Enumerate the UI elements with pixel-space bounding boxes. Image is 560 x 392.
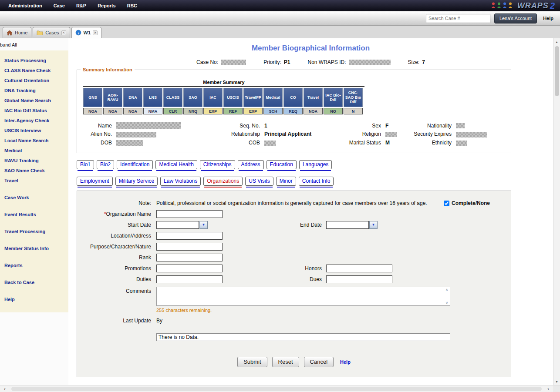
tab-organizations[interactable]: Organizations	[203, 177, 243, 186]
member-tabs-row2: Employment Military Service Law Violatio…	[77, 177, 553, 188]
purpose-input[interactable]	[156, 243, 223, 251]
close-icon[interactable]: ×	[93, 30, 98, 35]
complete-none-checkbox[interactable]	[444, 201, 449, 206]
account-button[interactable]: Lena's Account	[494, 13, 537, 23]
scroll-down-icon[interactable]: ∨	[445, 301, 449, 305]
end-date-calendar-button[interactable]: ▼	[369, 221, 378, 229]
marital-status-label: Marital Status	[336, 140, 385, 146]
sidebar-item-dna-tracking[interactable]: DNA Tracking	[3, 86, 66, 96]
rank-row: Rank	[77, 252, 511, 263]
page-title: Member Biographical Information	[68, 44, 553, 53]
tab-employment[interactable]: Employment	[77, 177, 113, 186]
summary-information-fieldset: Summary Information Member Summary GNS A…	[77, 70, 511, 153]
sidebar-item-global-name-search[interactable]: Global Name Search	[3, 96, 66, 106]
tab-cases[interactable]: Cases ×	[33, 27, 70, 38]
textarea-scrollbar[interactable]: ∧ ∨	[444, 287, 450, 305]
sidebar-item-medical[interactable]: Medical	[3, 146, 66, 156]
vertical-scrollbar[interactable]: ▲ ▼	[553, 38, 560, 385]
sidebar-item-reports[interactable]: Reports	[3, 261, 66, 271]
scroll-down-arrow-icon[interactable]: ▼	[553, 378, 560, 385]
tab-minor[interactable]: Minor	[276, 177, 296, 186]
cancel-button[interactable]: Cancel	[304, 357, 334, 367]
scroll-left-arrow-icon[interactable]: ‹	[0, 386, 10, 392]
submit-button[interactable]: Submit	[237, 357, 267, 367]
wraps-brand-text: WRAPS	[517, 1, 549, 10]
rank-input[interactable]	[156, 254, 223, 261]
sidebar-item-iac-bio-diff-status[interactable]: IAC Bio Diff Status	[3, 106, 66, 116]
sidebar-item-class-name-check[interactable]: CLASS Name Check	[3, 66, 66, 76]
sidebar-item-local-name-search[interactable]: Local Name Search	[3, 136, 66, 146]
tab-contact-info[interactable]: Contact Info	[299, 177, 334, 186]
column-header: GNS	[83, 88, 102, 107]
organizations-form: Note: Political, professional or social …	[77, 191, 511, 377]
chars-remaining-text: 255 characters remaining.	[156, 308, 511, 313]
content-area: Member Biographical Information Case No:…	[68, 38, 553, 385]
promotions-input[interactable]	[156, 265, 223, 272]
tab-languages[interactable]: Languages	[299, 160, 332, 169]
start-date-calendar-button[interactable]: ▼	[199, 221, 208, 229]
dues-input[interactable]	[326, 275, 392, 283]
tab-home[interactable]: Home	[3, 27, 31, 38]
tab-identification[interactable]: Identification	[117, 160, 153, 169]
dates-row: Start Date ▼ End Date ▼	[77, 220, 511, 231]
sidebar-item-status-processing[interactable]: Status Processing	[3, 56, 66, 66]
nationality-label: Nationality	[411, 123, 456, 129]
scroll-up-arrow-icon[interactable]: ▲	[553, 38, 560, 45]
menu-reports[interactable]: Reports	[92, 3, 121, 8]
search-case-input[interactable]	[426, 14, 490, 23]
organization-name-label: Organization Name	[106, 211, 151, 217]
organization-name-input[interactable]	[156, 210, 223, 218]
sidebar-item-inter-agency-check[interactable]: Inter-Agency Check	[3, 116, 66, 126]
tab-us-visits[interactable]: US Visits	[245, 177, 273, 186]
horizontal-scrollbar-thumb[interactable]	[11, 387, 542, 391]
scrollbar-corner	[553, 385, 560, 392]
sidebar-item-member-status-info[interactable]: Member Status Info	[3, 244, 66, 254]
scroll-up-icon[interactable]: ∧	[445, 288, 449, 292]
menu-rp[interactable]: R&P	[71, 3, 92, 8]
note-row: Note: Political, professional or social …	[77, 198, 511, 209]
tab-military-service[interactable]: Military Service	[115, 177, 158, 186]
relationship-label: Relationship	[210, 131, 264, 137]
duties-input[interactable]	[156, 275, 223, 283]
start-date-input[interactable]	[156, 221, 199, 229]
tab-law-violations[interactable]: Law Violations	[160, 177, 201, 186]
tab-education[interactable]: Education	[267, 160, 297, 169]
end-date-label: End Date	[287, 222, 322, 228]
vertical-scrollbar-thumb[interactable]	[555, 46, 559, 96]
tab-bio1[interactable]: Bio1	[77, 160, 94, 169]
location-address-input[interactable]	[156, 232, 223, 240]
close-icon[interactable]: ×	[61, 30, 66, 35]
help-menu[interactable]: Help	[541, 16, 556, 21]
sidebar-item-ravu-tracking[interactable]: RAVU Tracking	[3, 156, 66, 166]
home-icon	[7, 30, 13, 36]
tab-w1[interactable]: i W1 ×	[71, 27, 102, 38]
form-help-link[interactable]: Help	[340, 359, 351, 365]
column-header: Medical	[263, 88, 283, 107]
sidebar-item-back-to-case[interactable]: Back to Case	[3, 278, 66, 288]
scroll-right-arrow-icon[interactable]: ›	[543, 386, 553, 392]
menu-rsc[interactable]: RSC	[121, 3, 143, 8]
horizontal-scrollbar[interactable]: ‹ ›	[0, 385, 560, 392]
reset-button[interactable]: Reset	[272, 357, 299, 367]
tab-citizenships[interactable]: Citizenships	[200, 160, 235, 169]
sidebar-item-case-work[interactable]: Case Work	[3, 193, 66, 203]
menu-case[interactable]: Case	[48, 3, 71, 8]
duties-label: Duties	[77, 276, 151, 282]
comments-textarea[interactable]	[157, 287, 444, 305]
expand-all-link[interactable]: band All	[0, 38, 68, 50]
end-date-input[interactable]	[326, 221, 369, 229]
sidebar-item-cultural-orientation[interactable]: Cultural Orientation	[3, 76, 66, 86]
sidebar-item-sao-name-check[interactable]: SAO Name Check	[3, 166, 66, 176]
tab-medical-health[interactable]: Medical Health	[155, 160, 197, 169]
sidebar-item-travel-processing[interactable]: Travel Processing	[3, 227, 66, 237]
tab-address[interactable]: Address	[238, 160, 264, 169]
sidebar-item-event-results[interactable]: Event Results	[3, 210, 66, 220]
calendar-dropdown-icon: ▼	[202, 223, 206, 227]
sidebar-item-help[interactable]: Help	[3, 295, 66, 305]
tab-bio2[interactable]: Bio2	[97, 160, 114, 169]
status-badge: REQ	[283, 108, 303, 114]
sidebar-item-uscis-interview[interactable]: USCIS Interview	[3, 126, 66, 136]
honors-input[interactable]	[326, 265, 392, 272]
menu-administration[interactable]: Administration	[3, 3, 48, 8]
sidebar-item-travel[interactable]: Travel	[3, 176, 66, 186]
